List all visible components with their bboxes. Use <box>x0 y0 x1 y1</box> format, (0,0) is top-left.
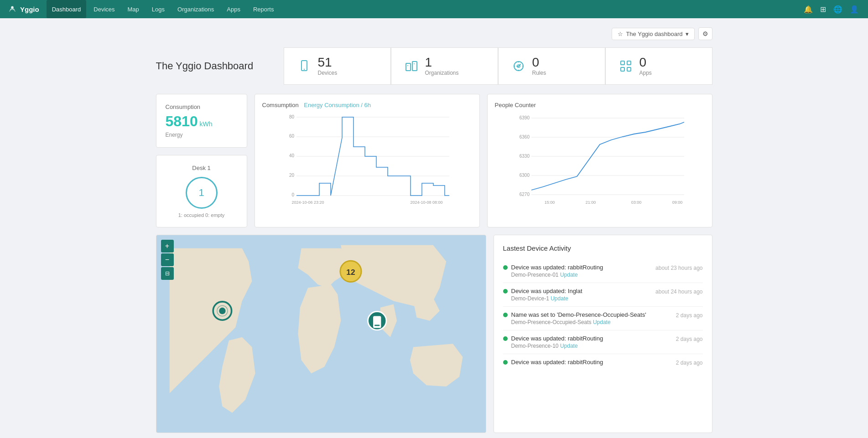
stat-cards: 51 Devices 1 Organizations <box>284 47 712 85</box>
nav-map[interactable]: Map <box>122 0 145 18</box>
svg-text:21:00: 21:00 <box>585 200 596 205</box>
activity-event: Device was updated: rabbitRouting <box>511 335 672 342</box>
svg-text:6390: 6390 <box>519 115 530 120</box>
apps-value: 0 <box>639 56 652 69</box>
svg-text:20: 20 <box>289 173 294 178</box>
map-layer-button[interactable]: ⊟ <box>161 267 174 280</box>
apps-icon <box>619 59 633 73</box>
navbar-right: 🔔 ⊞ 🌐 👤 <box>802 3 861 15</box>
rules-icon <box>511 59 526 73</box>
nav-organizations[interactable]: Organizations <box>172 0 219 18</box>
activity-item: Device was updated: rabbitRouting Demo-P… <box>503 259 703 283</box>
settings-button[interactable]: ⚙ <box>698 27 712 40</box>
update-link[interactable]: Update <box>593 319 611 325</box>
brand-name: Yggio <box>20 5 39 13</box>
svg-text:6270: 6270 <box>519 192 530 197</box>
activity-sub: Demo-Presence-01 Update <box>511 272 652 278</box>
brand-logo[interactable]: Yggio <box>7 4 39 14</box>
activity-dot <box>503 265 508 270</box>
language-icon[interactable]: 🌐 <box>832 3 844 15</box>
apps-label: Apps <box>639 70 652 76</box>
stat-card-apps: 0 Apps <box>605 47 712 85</box>
svg-text:6300: 6300 <box>519 173 530 178</box>
activity-time: 2 days ago <box>676 311 703 319</box>
desk-card: Desk 1 1 1: occupied 0: empty <box>156 155 247 227</box>
organizations-value: 1 <box>425 56 459 69</box>
svg-text:40: 40 <box>289 153 294 158</box>
activity-sub: Demo-Presence-Occupied-Seats Update <box>511 319 672 325</box>
notification-icon[interactable]: 🔔 <box>802 3 815 15</box>
map-zoom-in[interactable]: + <box>161 240 174 252</box>
rules-value: 0 <box>532 56 546 69</box>
rules-label: Rules <box>532 70 546 76</box>
activity-event: Device was updated: rabbitRouting <box>511 359 672 366</box>
activity-item: Device was updated: Inglat Demo-Device-1… <box>503 283 703 307</box>
map-zoom-out[interactable]: − <box>161 253 174 266</box>
activity-event: Device was updated: rabbitRouting <box>511 264 652 271</box>
activity-sub: Demo-Presence-10 Update <box>511 343 672 349</box>
devices-icon <box>297 59 312 73</box>
nav-dashboard[interactable]: Dashboard <box>47 0 87 18</box>
activity-dot <box>503 360 508 365</box>
svg-text:09:00: 09:00 <box>672 200 682 205</box>
update-link[interactable]: Update <box>551 295 568 302</box>
activity-time: about 23 hours ago <box>655 264 702 271</box>
nav-devices[interactable]: Devices <box>88 0 120 18</box>
chevron-down-icon: ▾ <box>686 31 689 37</box>
dashboard-selector-label: The Yggio dashboard <box>626 31 682 37</box>
nav-logs[interactable]: Logs <box>146 0 170 18</box>
activity-event: Name was set to 'Demo-Presence-Occupied-… <box>511 311 672 318</box>
desk-circle: 1 <box>186 177 218 209</box>
svg-rect-51 <box>374 325 379 326</box>
svg-text:12: 12 <box>346 268 355 277</box>
activity-event: Device was updated: Inglat <box>511 288 652 294</box>
activity-dot <box>503 313 508 317</box>
stat-card-organizations: 1 Organizations <box>391 47 498 85</box>
activity-time: 2 days ago <box>676 359 703 366</box>
activity-dot <box>503 289 508 294</box>
activity-time: about 24 hours ago <box>655 288 702 295</box>
svg-text:80: 80 <box>289 114 294 119</box>
grid-icon[interactable]: ⊞ <box>818 3 828 15</box>
consumption-card: Consumption 5810 kWh Energy <box>156 94 247 148</box>
svg-text:2024-10-08 08:00: 2024-10-08 08:00 <box>410 200 442 205</box>
activity-title: Lastest Device Activity <box>503 244 703 252</box>
energy-chart-subtitle: Energy Consumption / 6h <box>304 102 371 108</box>
consumption-title: Consumption <box>166 103 238 110</box>
update-link[interactable]: Update <box>560 343 578 349</box>
dashboard-header: The Yggio Dashboard 51 Devices <box>156 47 712 85</box>
svg-point-47 <box>219 308 225 314</box>
user-icon[interactable]: 👤 <box>848 3 861 15</box>
energy-chart-title: Comsumption Energy Consumption / 6h <box>262 102 472 108</box>
activity-sub: Demo-Device-1 Update <box>511 295 652 302</box>
bottom-row: 12 + − ⊟ Lastest Device Activity <box>156 235 712 433</box>
nav-apps[interactable]: Apps <box>221 0 246 18</box>
update-link[interactable]: Update <box>560 272 578 278</box>
consumption-unit: kWh <box>200 120 213 128</box>
activity-item: Name was set to 'Demo-Presence-Occupied-… <box>503 307 703 330</box>
svg-text:60: 60 <box>289 134 294 139</box>
main-content: ☆ The Yggio dashboard ▾ ⚙ The Yggio Dash… <box>142 18 726 438</box>
navbar: Yggio Dashboard Devices Map Logs Organiz… <box>0 0 868 18</box>
star-icon: ☆ <box>618 31 623 37</box>
svg-text:6330: 6330 <box>519 154 530 159</box>
svg-text:15:00: 15:00 <box>544 200 555 205</box>
devices-label: Devices <box>318 70 338 76</box>
devices-value: 51 <box>318 56 338 69</box>
organizations-icon <box>404 59 419 73</box>
activity-content: Device was updated: rabbitRouting Demo-P… <box>511 335 672 349</box>
nav-reports[interactable]: Reports <box>248 0 280 18</box>
toolbar: ☆ The Yggio dashboard ▾ ⚙ <box>156 27 712 40</box>
widgets-row: Consumption 5810 kWh Energy Desk 1 1 1: … <box>156 94 712 227</box>
dashboard-selector[interactable]: ☆ The Yggio dashboard ▾ <box>612 28 694 40</box>
activity-item: Device was updated: rabbitRouting 2 days… <box>503 354 703 371</box>
stat-card-rules: 0 Rules <box>498 47 605 85</box>
consumption-label: Energy <box>166 132 238 138</box>
svg-rect-15 <box>621 67 624 71</box>
activity-dot <box>503 336 508 341</box>
activity-content: Device was updated: rabbitRouting Demo-P… <box>511 264 652 278</box>
people-chart-title: People Counter <box>495 102 705 108</box>
organizations-label: Organizations <box>425 70 459 76</box>
energy-chart-svg: 80 60 40 20 0 2024-10-06 23:20 2024-10-0… <box>262 110 472 211</box>
map-svg: 12 <box>156 235 486 433</box>
